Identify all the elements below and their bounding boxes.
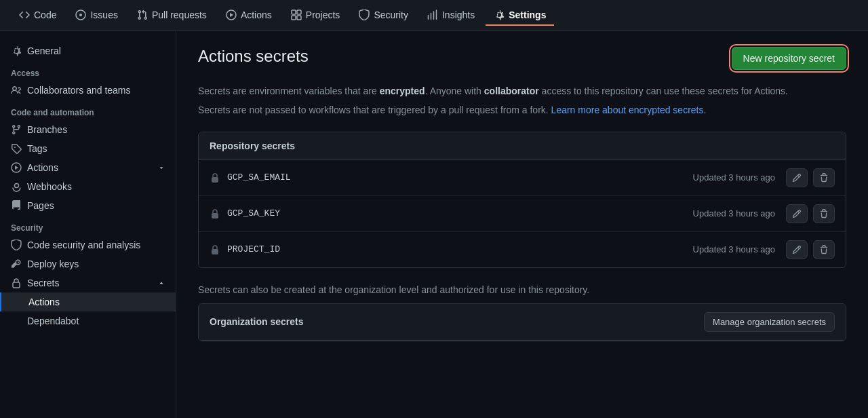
delete-secret-2-button[interactable] [813, 204, 835, 223]
sidebar-actions-left: Actions [11, 162, 58, 173]
secret-row-gcp-sa-email: GCP_SA_EMAIL Updated 3 hours ago [199, 160, 846, 196]
secret-right-2: Updated 3 hours ago [693, 204, 835, 223]
nav-settings[interactable]: Settings [486, 4, 554, 26]
nav-code[interactable]: Code [11, 4, 64, 26]
pencil-icon-1 [792, 173, 802, 183]
page-layout: General Access Collaborators and teams C… [0, 31, 868, 418]
org-description: Secrets can also be created at the organ… [198, 284, 846, 295]
org-box-header: Organization secrets Manage organization… [199, 304, 846, 341]
people-icon [11, 85, 22, 96]
sidebar-tags-label: Tags [27, 143, 47, 154]
sidebar-item-deploy-keys[interactable]: Deploy keys [0, 254, 176, 273]
issues-icon [75, 10, 86, 20]
page-header: Actions secrets New repository secret [198, 47, 846, 70]
sidebar-section-security: Security [0, 215, 176, 235]
pencil-icon-3 [792, 245, 802, 254]
trash-icon-1 [819, 173, 829, 183]
svg-point-1 [79, 14, 82, 16]
sidebar-general-label: General [27, 45, 61, 56]
desc-2-text: Secrets are not passed to workflows that… [198, 104, 549, 115]
nav-security[interactable]: Security [351, 4, 416, 26]
svg-rect-4 [292, 10, 296, 14]
repository-secrets-header: Repository secrets [199, 132, 846, 160]
svg-rect-10 [13, 282, 20, 288]
nav-insights[interactable]: Insights [419, 4, 483, 26]
secret-updated-2: Updated 3 hours ago [693, 208, 775, 218]
svg-marker-3 [230, 13, 233, 17]
secret-name-3: PROJECT_ID [227, 244, 280, 254]
secret-right-3: Updated 3 hours ago [693, 240, 835, 259]
page-title: Actions secrets [198, 47, 309, 66]
sidebar-actions-label: Actions [27, 162, 58, 173]
lock-icon-1 [210, 172, 220, 183]
nav-security-label: Security [374, 10, 408, 20]
desc-collaborator-bold: collaborator [484, 86, 539, 96]
pages-icon [11, 200, 22, 211]
sidebar-item-collaborators[interactable]: Collaborators and teams [0, 81, 176, 100]
organization-secrets-box: Organization secrets Manage organization… [198, 303, 846, 341]
manage-organization-secrets-button[interactable]: Manage organization secrets [704, 312, 835, 332]
desc-encrypted-bold: encrypted [380, 86, 425, 96]
sidebar-pages-label: Pages [27, 200, 54, 211]
sidebar-secrets-label: Secrets [27, 278, 59, 288]
chevron-up-icon [158, 280, 165, 286]
tag-icon [11, 143, 22, 154]
secret-left-2: GCP_SA_KEY [210, 208, 280, 219]
code-icon [19, 10, 30, 20]
learn-more-link[interactable]: Learn more about encrypted secrets [551, 104, 704, 115]
nav-issues[interactable]: Issues [67, 4, 125, 26]
webhooks-icon [11, 181, 22, 192]
sidebar-item-tags[interactable]: Tags [0, 139, 176, 158]
general-icon [11, 45, 22, 56]
actions-sidebar-icon [11, 162, 22, 173]
repository-secrets-box: Repository secrets GCP_SA_EMAIL Updated … [198, 132, 846, 268]
lock-icon-2 [210, 208, 220, 219]
secret-name-2: GCP_SA_KEY [227, 208, 280, 218]
sidebar-branches-label: Branches [27, 124, 67, 135]
secret-left-1: GCP_SA_EMAIL [210, 172, 291, 183]
sidebar-section-access: Access [0, 60, 176, 81]
edit-secret-2-button[interactable] [786, 204, 808, 223]
sidebar: General Access Collaborators and teams C… [0, 31, 176, 418]
security-icon [359, 10, 370, 20]
sidebar-webhooks-label: Webhooks [27, 181, 72, 192]
sidebar-code-security-label: Code security and analysis [27, 240, 140, 250]
nav-actions[interactable]: Actions [218, 4, 280, 26]
settings-icon [494, 10, 505, 20]
sidebar-item-actions[interactable]: Actions [0, 158, 176, 177]
actions-icon [226, 10, 237, 20]
sidebar-item-code-security[interactable]: Code security and analysis [0, 235, 176, 254]
sidebar-collaborators-label: Collaborators and teams [27, 85, 131, 96]
svg-rect-5 [297, 10, 301, 14]
sidebar-item-branches[interactable]: Branches [0, 120, 176, 139]
delete-secret-3-button[interactable] [813, 240, 835, 259]
new-repository-secret-button[interactable]: New repository secret [732, 47, 846, 70]
svg-rect-7 [297, 16, 301, 20]
nav-projects[interactable]: Projects [283, 4, 349, 26]
org-secrets-title: Organization secrets [210, 316, 304, 327]
delete-secret-1-button[interactable] [813, 168, 835, 187]
nav-insights-label: Insights [442, 10, 475, 20]
sidebar-item-pages[interactable]: Pages [0, 196, 176, 215]
sidebar-item-dependabot-sub[interactable]: Dependabot [0, 311, 176, 330]
pencil-icon-2 [792, 209, 802, 218]
sidebar-item-actions-sub[interactable]: Actions [0, 292, 176, 311]
nav-settings-label: Settings [509, 10, 546, 20]
top-nav: Code Issues Pull requests Actions Projec… [0, 0, 868, 31]
sidebar-item-secrets[interactable]: Secrets [0, 273, 176, 292]
description-1: Secrets are environment variables that a… [198, 83, 846, 98]
shield-icon [11, 240, 22, 250]
nav-pull-requests[interactable]: Pull requests [129, 4, 215, 26]
secret-name-1: GCP_SA_EMAIL [227, 172, 291, 183]
pull-requests-icon [137, 10, 148, 20]
svg-rect-11 [212, 177, 218, 183]
key-icon [11, 259, 22, 269]
nav-projects-label: Projects [306, 10, 340, 20]
sidebar-item-general[interactable]: General [0, 41, 176, 60]
edit-secret-3-button[interactable] [786, 240, 808, 259]
sidebar-deploy-keys-label: Deploy keys [27, 259, 79, 269]
secret-right-1: Updated 3 hours ago [693, 168, 835, 187]
sidebar-item-webhooks[interactable]: Webhooks [0, 177, 176, 196]
edit-secret-1-button[interactable] [786, 168, 808, 187]
trash-icon-3 [819, 245, 829, 254]
